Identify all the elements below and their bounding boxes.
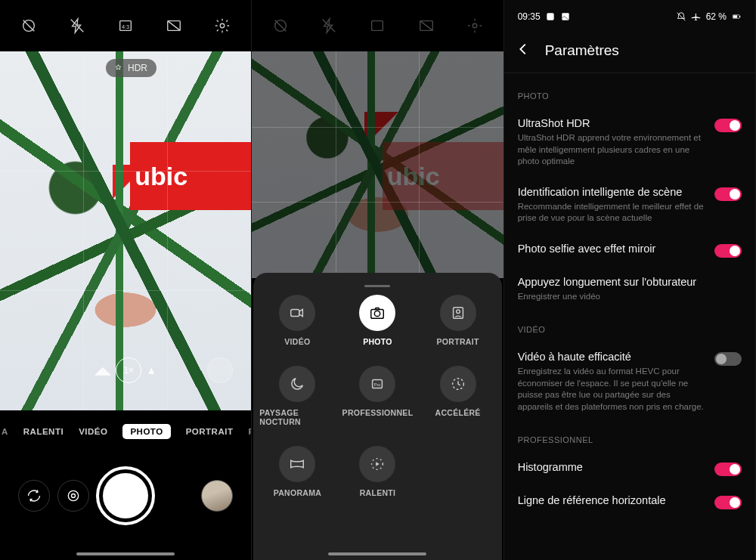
panorama-icon [279, 446, 315, 482]
svg-rect-11 [291, 309, 299, 316]
shutter-button[interactable] [96, 466, 155, 525]
section-photo: PHOTO [504, 78, 755, 108]
svg-point-15 [456, 310, 460, 314]
camera-icon [359, 295, 395, 331]
mode-ralenti[interactable]: RALENTI [23, 427, 64, 436]
mode-tile-video[interactable]: VIDÉO [259, 295, 335, 346]
settings-header: Paramètres [504, 27, 755, 73]
setting-longpress[interactable]: Appuyez longuement sur l'obturateur Enre… [504, 267, 755, 312]
settings-icon [464, 15, 485, 36]
camera-top-toolbar-dim [252, 0, 503, 51]
setting-horizon[interactable]: Ligne de référence horizontale [504, 485, 755, 518]
nav-gesture-bar[interactable] [76, 552, 175, 555]
switch-camera-button[interactable] [18, 480, 50, 512]
mode-tile-night[interactable]: PAYSAGE NOCTURN [259, 366, 335, 426]
video-icon [279, 295, 315, 331]
setting-scene[interactable]: Identification intelligente de scène Rec… [504, 177, 755, 234]
gallery-status-icon [560, 11, 571, 22]
sheet-drag-handle[interactable] [364, 285, 390, 287]
portrait-icon [440, 295, 476, 331]
mirror-icon[interactable] [163, 15, 184, 36]
setting-histogram[interactable]: Histogramme [504, 452, 755, 485]
mode-left-edge[interactable]: A [2, 427, 8, 436]
mode-tile-slowmo[interactable]: RALENTI [339, 446, 415, 497]
toggle-selfie-mirror[interactable] [714, 244, 742, 258]
svg-text:Pro: Pro [374, 382, 381, 387]
mode-sheet: VIDÉO PHOTO PORTRAIT PAYSAGE NOCTURN Pro… [253, 273, 501, 560]
viewfinder-dimmed: ubic [252, 51, 503, 278]
back-icon[interactable] [515, 41, 531, 60]
svg-rect-24 [739, 16, 740, 17]
timelapse-icon [440, 366, 476, 402]
flash-off-icon[interactable] [67, 15, 88, 36]
toggle-ultrashot[interactable] [714, 119, 742, 132]
svg-point-6 [68, 490, 78, 500]
mode-grid: VIDÉO PHOTO PORTRAIT PAYSAGE NOCTURN Pro… [259, 295, 495, 497]
section-video: VIDÉO [504, 311, 755, 342]
svg-rect-8 [372, 21, 383, 31]
mode-portrait[interactable]: PORTRAIT [186, 427, 234, 436]
nav-gesture-bar[interactable] [328, 552, 426, 555]
hdr-label: HDR [128, 63, 147, 73]
settings-title: Paramètres [545, 42, 619, 59]
toggle-histogram[interactable] [714, 463, 742, 476]
shutter-row [0, 466, 251, 525]
battery-icon [731, 11, 742, 22]
macro-off-icon [270, 15, 291, 36]
zoom-tele-icon[interactable]: ▲ [146, 364, 156, 376]
slowmo-icon [359, 446, 395, 482]
mute-icon [676, 11, 686, 22]
section-pro: PROFESSIONNEL [504, 422, 755, 452]
svg-rect-20 [547, 13, 553, 20]
hdr-badge[interactable]: HDR [106, 59, 156, 77]
lens-button[interactable] [57, 480, 89, 512]
status-bar: 09:35 62 % [504, 6, 755, 27]
camera-top-toolbar: 4:3 [0, 0, 251, 51]
flash-off-icon [318, 15, 339, 36]
aspect-ratio-icon[interactable]: 4:3 [115, 15, 136, 36]
toggle-hevc[interactable] [714, 352, 742, 366]
settings-icon[interactable] [212, 15, 233, 36]
mode-tile-portrait[interactable]: PORTRAIT [420, 295, 496, 346]
mode-tile-photo[interactable]: PHOTO [339, 295, 415, 346]
settings-panel: 09:35 62 % Paramètres PHOTO UltraShot HD… [504, 0, 756, 560]
mode-photo[interactable]: PHOTO [122, 424, 170, 439]
svg-point-13 [375, 311, 380, 316]
camera-modes-panel: ubic VIDÉO PHOTO PORTRAIT PAYSAGE NOCTUR… [252, 0, 503, 560]
gallery-thumbnail[interactable] [201, 480, 233, 512]
svg-rect-23 [733, 15, 737, 18]
svg-text:4:3: 4:3 [122, 23, 129, 30]
toggle-horizon[interactable] [714, 496, 742, 509]
scene-logo: ubic [130, 142, 251, 210]
mode-tile-panorama[interactable]: PANORAMA [259, 446, 335, 497]
toggle-scene[interactable] [714, 187, 742, 201]
pro-icon: Pro [359, 366, 395, 402]
setting-selfie-mirror[interactable]: Photo selfie avec effet miroir [504, 234, 755, 267]
zoom-value[interactable]: 1× [116, 357, 141, 383]
zoom-wide-icon[interactable]: ◢◣ [94, 364, 111, 376]
battery-percent: 62 % [706, 11, 727, 22]
svg-point-10 [472, 23, 477, 28]
zoom-control[interactable]: ◢◣ 1× ▲ [94, 357, 156, 383]
setting-ultrashot[interactable]: UltraShot HDR UltraShot HDR apprend votr… [504, 108, 755, 177]
svg-point-4 [221, 23, 225, 28]
divider [504, 73, 755, 73]
app-icon [545, 11, 556, 22]
macro-off-icon[interactable] [18, 15, 39, 36]
aspect-ratio-icon [367, 15, 388, 36]
scene-logo-dim: ubic [383, 142, 503, 210]
setting-hevc[interactable]: Vidéo à haute efficacité Enregistrez la … [504, 342, 755, 422]
mode-video[interactable]: VIDÉO [79, 427, 107, 436]
viewfinder[interactable]: ubic [0, 51, 251, 410]
mirror-icon [416, 15, 437, 36]
svg-point-5 [71, 494, 75, 498]
mode-tile-timelapse[interactable]: ACCÉLÉRÉ [420, 366, 496, 426]
mode-tile-pro[interactable]: Pro PROFESSIONNEL [339, 366, 415, 426]
camera-viewfinder-panel: 4:3 ubic HDR ◢◣ 1× ▲ A RALENTI VIDÉO PHO… [0, 0, 252, 560]
mode-strip[interactable]: A RALENTI VIDÉO PHOTO PORTRAIT PAYSAGE N [0, 416, 251, 447]
moon-icon [279, 366, 315, 402]
status-time: 09:35 [518, 11, 541, 22]
mode-paysage[interactable]: PAYSAGE N [248, 427, 251, 436]
airplane-icon [691, 11, 702, 22]
